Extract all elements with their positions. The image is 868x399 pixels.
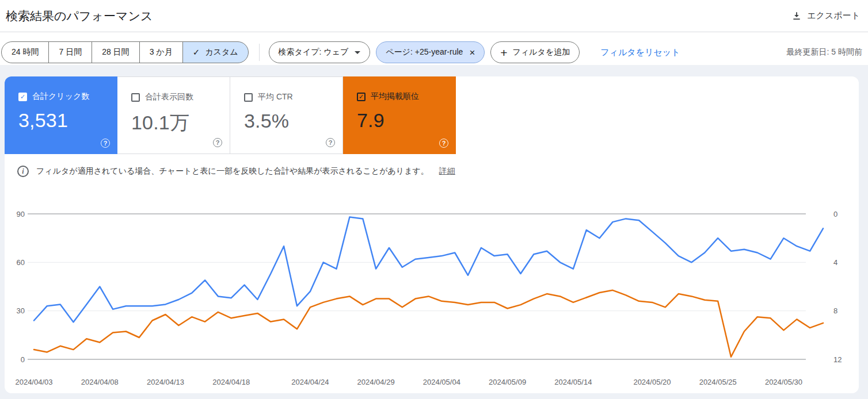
time-range-button-2[interactable]: 7 日間 xyxy=(48,41,92,63)
help-icon[interactable]: ? xyxy=(101,139,110,148)
time-range-button-4[interactable]: 3 か月 xyxy=(139,41,183,63)
chart-container: 9060300048122024/04/032024/04/082024/04/… xyxy=(5,202,859,392)
search-type-label: 検索タイプ: ウェブ xyxy=(279,47,349,57)
header: 検索結果のパフォーマンス エクスポート xyxy=(0,0,868,32)
x-axis-tick-label: 2024/04/08 xyxy=(81,378,119,386)
total-clicks-card[interactable]: ✓合計クリック数3,531? xyxy=(5,76,117,154)
help-icon[interactable]: ? xyxy=(326,138,335,147)
notice-details-link[interactable]: 詳細 xyxy=(439,166,455,177)
left-axis-tick-label: 60 xyxy=(17,258,25,267)
export-label: エクスポート xyxy=(807,10,860,21)
average-position-label: 平均掲載順位 xyxy=(371,91,419,102)
x-axis-tick-label: 2024/05/04 xyxy=(423,378,460,386)
average-ctr-checkbox[interactable] xyxy=(244,93,253,102)
search-performance-page: 検索結果のパフォーマンス エクスポート 24 時間7 日間28 日間3 か月✓カ… xyxy=(0,0,868,399)
average-position-card[interactable]: ✓平均掲載順位7.9? xyxy=(343,76,456,154)
time-range-button-3[interactable]: 28 日間 xyxy=(92,41,139,63)
add-filter-button[interactable]: + フィルタを追加 xyxy=(490,41,580,63)
header-divider xyxy=(0,32,868,32)
x-axis-tick-label: 2024/05/30 xyxy=(765,378,802,386)
page-filter-label: ページ: +25-year-rule xyxy=(386,47,463,57)
performance-panel: ✓合計クリック数3,531?合計表示回数10.1万?平均 CTR3.5%?✓平均… xyxy=(5,76,859,393)
help-icon[interactable]: ? xyxy=(213,138,222,147)
total-clicks-value: 3,531 xyxy=(18,109,117,132)
x-axis-tick-label: 2024/05/09 xyxy=(489,378,526,386)
total-impressions-value: 10.1万 xyxy=(131,110,230,136)
time-range-label: 7 日間 xyxy=(59,47,82,57)
x-axis-tick-label: 2024/05/14 xyxy=(554,378,592,386)
right-axis-tick-label: 4 xyxy=(833,258,837,267)
average-ctr-label: 平均 CTR xyxy=(258,92,293,102)
metric-tiles: ✓合計クリック数3,531?合計表示回数10.1万?平均 CTR3.5%?✓平均… xyxy=(5,76,456,154)
total-impressions-label: 合計表示回数 xyxy=(145,92,193,102)
add-filter-label: フィルタを追加 xyxy=(513,47,570,57)
close-icon[interactable]: × xyxy=(469,48,475,57)
time-range-group: 24 時間7 日間28 日間3 か月✓カスタム xyxy=(1,41,249,63)
reset-filters-link[interactable]: フィルタをリセット xyxy=(600,47,680,58)
left-axis-tick-label: 30 xyxy=(17,306,25,315)
check-icon: ✓ xyxy=(193,47,200,57)
search-type-dropdown[interactable]: 検索タイプ: ウェブ xyxy=(269,41,371,63)
average-position-checkbox[interactable]: ✓ xyxy=(357,93,366,101)
filter-separator xyxy=(259,44,260,61)
average-ctr-card[interactable]: 平均 CTR3.5%? xyxy=(230,76,343,154)
filter-notice: i フィルタが適用されている場合、チャートと表に一部を反映した合計や結果が表示さ… xyxy=(17,166,455,177)
export-button[interactable]: エクスポート xyxy=(791,10,860,21)
right-axis-tick-label: 0 xyxy=(833,210,837,218)
time-range-label: 28 日間 xyxy=(102,47,129,57)
x-axis-tick-label: 2024/04/29 xyxy=(357,378,395,386)
average-ctr-value: 3.5% xyxy=(244,110,342,132)
total-clicks-label: 合計クリック数 xyxy=(32,91,89,102)
performance-chart[interactable]: 9060300048122024/04/032024/04/082024/04/… xyxy=(5,202,859,392)
notice-text: フィルタが適用されている場合、チャートと表に一部を反映した合計や結果が表示される… xyxy=(36,166,429,177)
right-axis-tick-label: 12 xyxy=(833,355,842,364)
total-impressions-card[interactable]: 合計表示回数10.1万? xyxy=(117,76,230,154)
filter-bar: 24 時間7 日間28 日間3 か月✓カスタム 検索タイプ: ウェブ ページ: … xyxy=(0,41,868,63)
x-axis-tick-label: 2024/04/13 xyxy=(147,378,184,386)
clicks-line xyxy=(34,217,823,323)
time-range-button-1[interactable]: 24 時間 xyxy=(1,41,49,63)
total-clicks-checkbox[interactable]: ✓ xyxy=(18,93,27,101)
x-axis-tick-label: 2024/04/24 xyxy=(291,378,329,386)
left-axis-tick-label: 0 xyxy=(21,355,25,364)
total-impressions-checkbox[interactable] xyxy=(131,93,140,102)
time-range-label: 3 か月 xyxy=(150,47,173,57)
last-updated-text: 最終更新日: 5 時間前 xyxy=(787,47,862,57)
left-axis-tick-label: 90 xyxy=(17,210,25,218)
plus-icon: + xyxy=(500,47,507,59)
right-axis-tick-label: 8 xyxy=(833,306,837,315)
time-range-label: カスタム xyxy=(205,47,238,57)
page-title: 検索結果のパフォーマンス xyxy=(6,8,153,24)
x-axis-tick-label: 2024/04/03 xyxy=(15,378,52,386)
position-line xyxy=(34,290,823,357)
info-icon: i xyxy=(17,166,29,177)
x-axis-tick-label: 2024/04/18 xyxy=(212,378,250,386)
x-axis-tick-label: 2024/05/25 xyxy=(699,378,737,386)
time-range-button-5[interactable]: ✓カスタム xyxy=(182,41,249,63)
chevron-down-icon xyxy=(355,51,360,54)
x-axis-tick-label: 2024/05/20 xyxy=(633,378,671,386)
average-position-value: 7.9 xyxy=(357,109,456,132)
page-filter-chip[interactable]: ページ: +25-year-rule × xyxy=(376,41,485,63)
time-range-label: 24 時間 xyxy=(12,47,39,57)
help-icon[interactable]: ? xyxy=(439,139,448,148)
download-icon xyxy=(791,11,802,21)
